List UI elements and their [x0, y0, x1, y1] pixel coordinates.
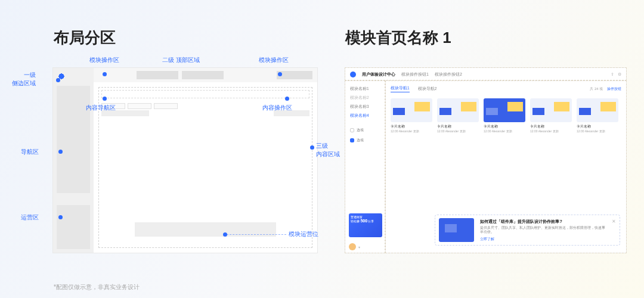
- label-module-promo: 模块运营位: [289, 230, 318, 238]
- wireframe-top-seg: [277, 71, 312, 79]
- region-outline-content: [385, 80, 627, 253]
- dot-marker: [278, 72, 282, 76]
- wireframe-promo-block: [57, 205, 90, 249]
- label-content-level: 三级 内容区域: [316, 142, 340, 159]
- wireframe-nav-block: [57, 86, 90, 193]
- heading-layout-partitions: 布局分区: [54, 27, 116, 48]
- label-content-op: 内容操作区: [262, 104, 292, 112]
- label-promo-zone: 运营区: [21, 213, 39, 222]
- dot-marker: [103, 72, 107, 76]
- wireframe-topbar: [94, 68, 317, 82]
- wireframe-sidebar: [53, 68, 94, 253]
- wireframe-toolbar: [101, 90, 309, 98]
- dot-marker: [310, 145, 314, 150]
- label-nav-zone: 导航区: [21, 148, 39, 156]
- region-outline-top: [345, 67, 627, 80]
- dot-marker: [58, 150, 63, 154]
- dot-marker: [285, 97, 289, 101]
- wireframe-top-seg: [137, 71, 178, 79]
- heading-module-home: 模块首页名称 1: [345, 27, 451, 48]
- wireframe-panel: [52, 67, 318, 253]
- label-sidebar-level: 一级 侧边区域: [12, 71, 36, 88]
- dot-marker: [56, 78, 60, 82]
- label-top-level: 二级 顶部区域: [162, 56, 200, 64]
- label-module-op-right: 模块操作区: [259, 56, 289, 64]
- footnote: *配图仅做示意，非真实业务设计: [54, 283, 140, 291]
- wireframe-top-seg: [182, 71, 224, 79]
- label-module-op-left: 模块操作区: [89, 56, 119, 64]
- dash-line: [227, 234, 286, 235]
- label-content-nav: 内容导航区: [86, 104, 116, 112]
- dot-marker: [103, 97, 107, 101]
- dot-marker: [58, 215, 63, 219]
- region-outline-side: [345, 80, 385, 253]
